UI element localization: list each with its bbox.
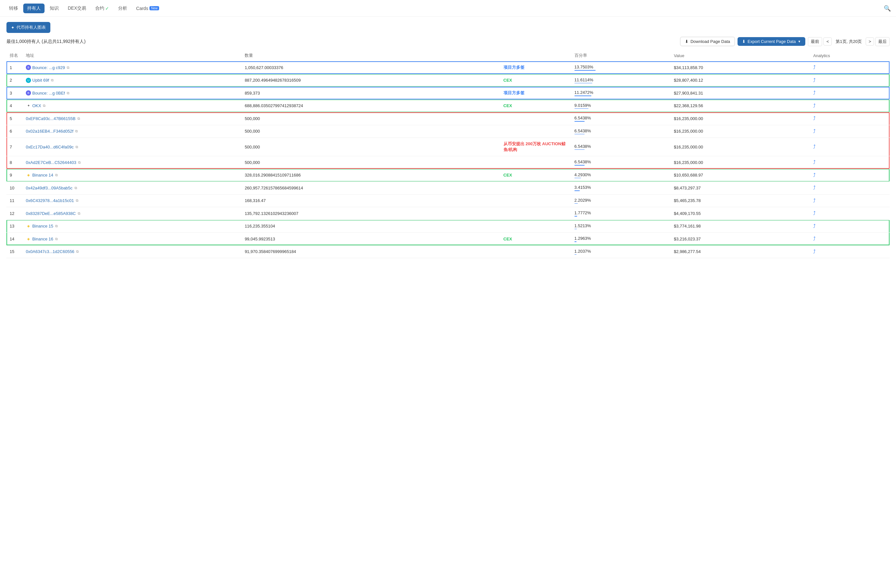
address-link[interactable]: Bounce: ...g 0BEf	[32, 91, 65, 96]
export-button[interactable]: ⬇ Export Current Page Data ▼	[738, 37, 805, 46]
address-link[interactable]: OKX	[32, 103, 41, 108]
address-link[interactable]: 0xAd2E7CeB...C52644403	[26, 160, 76, 165]
nav-item-holders[interactable]: 持有人	[23, 3, 44, 13]
percentage-cell: 1.2963%	[571, 233, 671, 245]
address-link[interactable]: 0xEF8Ca93c...47B66155B	[26, 116, 76, 121]
address-link[interactable]: 0x42a49df3...09A5bab5c	[26, 186, 73, 190]
analytics-icon[interactable]: ⤴	[813, 160, 816, 165]
copy-icon[interactable]: ⧉	[55, 224, 58, 228]
copy-icon[interactable]: ⧉	[67, 91, 69, 95]
download-button[interactable]: ⬇ Download Page Data	[680, 37, 735, 46]
next-page-button[interactable]: >	[866, 37, 874, 46]
quantity-cell: 500,000	[241, 112, 500, 125]
address-link[interactable]: Upbit 69f	[32, 78, 49, 82]
analytics-icon[interactable]: ⤴	[813, 198, 816, 203]
analytics-cell: ⤴	[810, 194, 890, 207]
nav-item-knowledge[interactable]: 知识	[46, 3, 62, 13]
analytics-icon[interactable]: ⤴	[813, 172, 816, 178]
pct-bar	[574, 96, 591, 96]
analytics-icon[interactable]: ⤴	[813, 103, 816, 108]
label-cell	[500, 125, 571, 138]
analytics-icon[interactable]: ⤴	[813, 144, 816, 149]
value-cell: $8,473,297.37	[671, 182, 810, 195]
value-cell: $16,235,000.00	[671, 138, 810, 156]
address-link[interactable]: 0xEc17Da40...d6C4fa09c	[26, 145, 73, 149]
analytics-cell: ⤴	[810, 125, 890, 138]
first-page-button[interactable]: 最前	[808, 37, 822, 46]
analytics-cell: ⤴	[810, 220, 890, 233]
table-row: 5 0xEF8Ca93c...47B66155B ⧉ 500,000 6.543…	[6, 112, 890, 125]
percentage-cell: 9.0159%	[571, 99, 671, 112]
copy-icon[interactable]: ⧉	[76, 250, 79, 254]
percentage-cell: 6.5438%	[571, 156, 671, 169]
nav-item-cards[interactable]: Cards New	[133, 4, 163, 13]
copy-icon[interactable]: ⧉	[78, 116, 80, 121]
copy-icon[interactable]: ⧉	[51, 78, 53, 82]
search-icon[interactable]: 🔍	[884, 5, 891, 12]
cards-badge: New	[149, 6, 159, 10]
copy-icon[interactable]: ⧉	[75, 186, 77, 190]
analytics-icon[interactable]: ⤴	[813, 128, 816, 134]
copy-icon[interactable]: ⧉	[67, 66, 69, 70]
group-label: 从币安提出 200万枚 AUCTION鲸鱼/机构	[503, 141, 565, 152]
copy-icon[interactable]: ⧉	[76, 145, 78, 149]
quantity-cell: 91,970.3584076999965184	[241, 245, 500, 258]
analytics-icon[interactable]: ⤴	[813, 185, 816, 190]
copy-icon[interactable]: ⧉	[78, 160, 81, 165]
address-link[interactable]: Binance 15	[32, 224, 53, 228]
rank-cell: 2	[6, 74, 23, 87]
pct-value: 6.5438%	[574, 144, 667, 149]
address-link[interactable]: 0x02a16EB4...F346d052f	[26, 129, 73, 134]
analytics-icon[interactable]: ⤴	[813, 210, 816, 216]
quantity-cell: 859,373	[241, 87, 500, 100]
copy-icon[interactable]: ⧉	[78, 212, 80, 216]
percentage-cell: 4.2930%	[571, 169, 671, 182]
copy-icon[interactable]: ⧉	[55, 237, 58, 241]
nav-item-transfer[interactable]: 转移	[5, 3, 22, 13]
copy-icon[interactable]: ⧉	[75, 129, 78, 133]
analytics-icon[interactable]: ⤴	[813, 223, 816, 229]
address-cell: ◈ Binance 16 ⧉	[23, 233, 241, 245]
analytics-icon[interactable]: ⤴	[813, 116, 816, 121]
last-page-button[interactable]: 最后	[875, 37, 890, 46]
analytics-icon[interactable]: ⤴	[813, 90, 816, 96]
col-address: 地址	[23, 50, 241, 61]
percentage-cell: 13.7503%	[571, 61, 671, 74]
group-label: CEX	[503, 173, 512, 178]
analytics-icon[interactable]: ⤴	[813, 236, 816, 241]
rank-cell: 4	[6, 99, 23, 112]
pct-value: 3.4153%	[574, 185, 667, 190]
analytics-icon[interactable]: ⤴	[813, 249, 816, 254]
pct-value: 2.2029%	[574, 198, 667, 203]
nav-item-analysis[interactable]: 分析	[114, 3, 131, 13]
address-link[interactable]: Bounce: ...g c929	[32, 65, 65, 70]
address-link[interactable]: 0x83287DeE...e585A938C	[26, 211, 76, 216]
copy-icon[interactable]: ⧉	[43, 104, 46, 108]
table-row: 9 ◈ Binance 14 ⧉ 328,016.290884151097116…	[6, 169, 890, 182]
pct-bar	[574, 216, 577, 216]
pct-value: 6.5438%	[574, 116, 667, 120]
chart-button[interactable]: ✦ 代币持有人图表	[6, 22, 50, 33]
nav-item-contract[interactable]: 合约 ✓	[91, 3, 113, 13]
quantity-cell: 500,000	[241, 125, 500, 138]
nav-item-dex[interactable]: DEX交易	[64, 3, 90, 13]
label-cell: CEX	[500, 74, 571, 87]
address-cell: 0x83287DeE...e585A938C ⧉	[23, 207, 241, 220]
pct-bar	[574, 149, 585, 150]
copy-icon[interactable]: ⧉	[55, 173, 58, 177]
rank-cell: 10	[6, 182, 23, 195]
analytics-cell: ⤴	[810, 74, 890, 87]
holders-table-wrapper: 排名 地址 数量 百分率 Value Analytics 1 B Bounce:…	[6, 50, 890, 258]
prev-page-button[interactable]: <	[823, 37, 832, 46]
address-link[interactable]: 0x6C432978...4a1b15c01	[26, 198, 74, 203]
pct-bar	[574, 203, 578, 204]
address-link[interactable]: 0x0A6347c3...1d2C60556	[26, 249, 74, 254]
value-cell: $16,235,000.00	[671, 156, 810, 169]
address-link[interactable]: Binance 16	[32, 236, 53, 241]
copy-icon[interactable]: ⧉	[76, 198, 78, 203]
analytics-icon[interactable]: ⤴	[813, 78, 816, 83]
quantity-cell: 328,016.29088415109711686	[241, 169, 500, 182]
address-link[interactable]: Binance 14	[32, 173, 53, 178]
label-cell	[500, 245, 571, 258]
analytics-icon[interactable]: ⤴	[813, 64, 816, 70]
